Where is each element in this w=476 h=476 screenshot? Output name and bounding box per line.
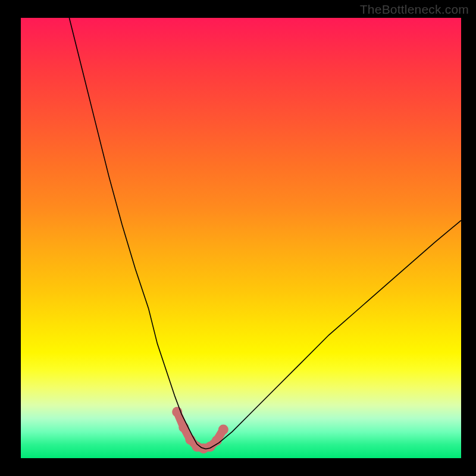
optimum-marker-dot [178, 422, 189, 433]
chart-svg [21, 18, 461, 458]
bottleneck-curve [69, 18, 461, 449]
chart-frame: TheBottleneck.com [0, 0, 476, 476]
watermark-text: TheBottleneck.com [360, 2, 469, 17]
optimum-marker-dot [218, 424, 228, 434]
plot-area [21, 18, 461, 458]
